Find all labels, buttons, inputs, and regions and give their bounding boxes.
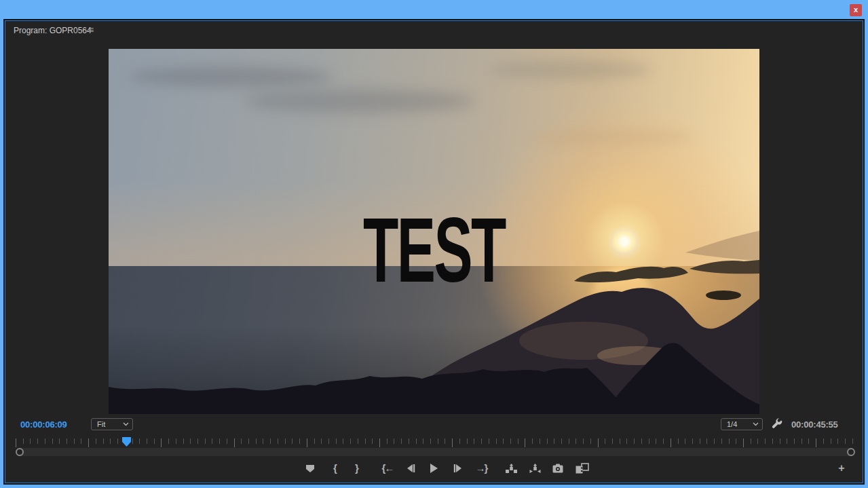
chevron-down-icon — [753, 422, 759, 426]
button-editor-button[interactable]: + — [835, 461, 848, 476]
step-back-button[interactable] — [404, 461, 417, 476]
play-button[interactable] — [428, 461, 440, 476]
zoom-level-dropdown[interactable]: Fit — [91, 418, 133, 430]
lift-button[interactable] — [505, 461, 517, 476]
panel-tab-program[interactable]: Program: GOPR0564 — [14, 26, 92, 35]
go-to-out-button[interactable]: →} — [474, 461, 489, 476]
extract-button[interactable] — [529, 461, 541, 476]
chevron-down-icon — [123, 422, 129, 426]
zoom-handle-left[interactable] — [16, 448, 24, 456]
add-marker-button[interactable] — [304, 461, 316, 476]
playback-resolution-dropdown[interactable]: 1/4 — [721, 418, 763, 430]
close-button[interactable]: x — [850, 4, 862, 16]
panel-menu-icon[interactable]: ≡ — [88, 24, 94, 35]
sequence-duration: 00:00:45:55 — [791, 419, 838, 430]
current-timecode[interactable]: 00:00:06:09 — [20, 419, 67, 430]
zoom-handle-right[interactable] — [847, 448, 855, 456]
zoom-level-value: Fit — [97, 420, 105, 428]
settings-wrench-icon[interactable] — [771, 418, 783, 430]
mark-in-button[interactable]: { — [328, 461, 341, 476]
video-preview[interactable]: TEST — [109, 49, 759, 414]
time-ruler[interactable] — [16, 438, 853, 447]
ruler-major-ticks — [16, 438, 853, 447]
title-overlay-text: TEST — [229, 204, 639, 296]
comparison-view-button[interactable] — [575, 461, 589, 476]
mark-out-button[interactable]: } — [350, 461, 362, 476]
go-to-in-button[interactable]: {← — [380, 461, 395, 476]
playback-resolution-value: 1/4 — [727, 420, 737, 428]
step-forward-button[interactable] — [452, 461, 464, 476]
zoom-scrollbar[interactable] — [16, 448, 855, 456]
export-frame-button[interactable] — [552, 461, 564, 476]
